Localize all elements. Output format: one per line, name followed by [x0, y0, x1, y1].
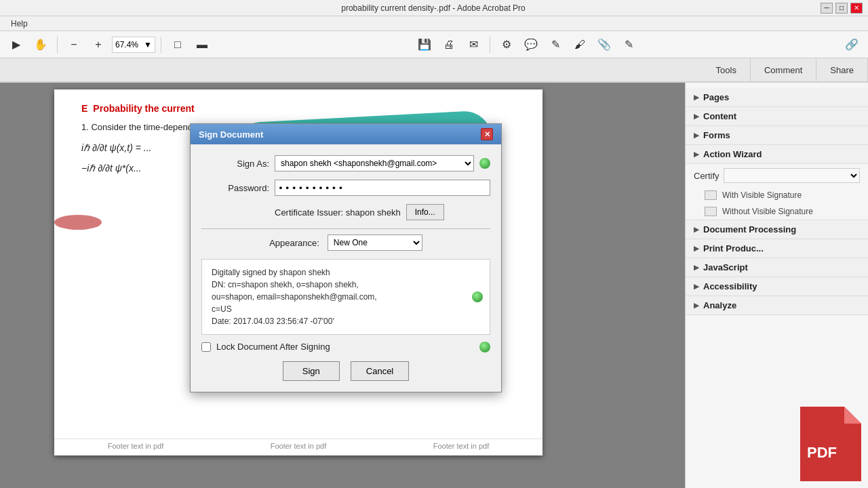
certify-label: Certify — [694, 171, 719, 181]
dialog-title: Sign Document — [199, 129, 263, 140]
print-button[interactable]: 🖨 — [438, 34, 460, 56]
pdf-icon-svg: PDF — [800, 407, 861, 481]
panel-section-doc-processing: ▶ Document Processing — [686, 220, 868, 239]
password-input[interactable] — [275, 180, 490, 196]
pdf-page: E Probability the current 1. Consider th… — [54, 89, 542, 455]
print-prod-arrow-icon: ▶ — [694, 245, 699, 252]
print-prod-header[interactable]: ▶ Print Produc... — [686, 239, 868, 258]
properties-button[interactable]: ⚙ — [496, 34, 517, 56]
with-visible-sig-item[interactable]: With Visible Signature — [686, 187, 868, 203]
main-layout: E Probability the current 1. Consider th… — [0, 83, 868, 488]
email-button[interactable]: ✉ — [462, 34, 484, 56]
lock-label: Lock Document After Signing — [216, 342, 330, 352]
accessibility-header[interactable]: ▶ Accessibility — [686, 277, 868, 296]
tab-share[interactable]: Share — [816, 58, 868, 81]
action-wizard-section-header[interactable]: ▶ Action Wizard — [686, 145, 868, 163]
zoom-in-button[interactable]: + — [87, 34, 109, 56]
with-sig-icon — [705, 190, 717, 200]
sign-button[interactable]: Sign — [283, 361, 340, 381]
menu-help[interactable]: Help — [5, 19, 33, 28]
doc-processing-header[interactable]: ▶ Document Processing — [686, 220, 868, 239]
sign-as-select[interactable]: shapon shekh <shaponshekh@gmail.com> — [275, 155, 474, 171]
attach-button[interactable]: 📎 — [593, 34, 615, 56]
dialog-close-button[interactable]: ✕ — [481, 128, 493, 140]
window-title: probability current density-.pdf - Adobe… — [46, 3, 821, 13]
cursor-tool-button[interactable]: ▶ — [5, 34, 27, 56]
nav-bar: Tools Comment Share — [0, 58, 868, 83]
tab-tools[interactable]: Tools — [703, 58, 751, 81]
svg-text:PDF: PDF — [807, 444, 837, 461]
tab-comment[interactable]: Comment — [751, 58, 816, 81]
appearance-select[interactable]: New One — [328, 235, 422, 251]
minimize-button[interactable]: ─ — [821, 3, 833, 14]
lock-status-dot — [479, 342, 490, 352]
panel-section-accessibility: ▶ Accessibility — [686, 277, 868, 296]
password-label: Password: — [201, 183, 269, 193]
signature-preview: Digitally signed by shapon shekh DN: cn=… — [201, 259, 490, 335]
dialog-title-bar: Sign Document ✕ — [191, 124, 501, 144]
svg-marker-1 — [844, 407, 861, 424]
panel-section-analyze: ▶ Analyze — [686, 296, 868, 315]
sig-line-5: Date: 2017.04.03 23:56:47 -07'00' — [212, 315, 480, 327]
dialog-overlay: Sign Document ✕ Sign As: shapon shekh <s… — [54, 89, 542, 455]
forms-label: Forms — [703, 130, 730, 140]
right-panel: ▶ Pages ▶ Content ▶ Forms ▶ Action — [685, 83, 868, 488]
highlight-button[interactable]: ✎ — [545, 34, 566, 56]
cancel-button[interactable]: Cancel — [351, 361, 409, 381]
with-sig-label: With Visible Signature — [722, 190, 802, 200]
zoom-dropdown-icon[interactable]: ▼ — [144, 40, 152, 49]
share-button[interactable]: 🔗 — [841, 34, 863, 56]
pages-arrow-icon: ▶ — [694, 94, 699, 101]
without-visible-sig-item[interactable]: Without Visible Signature — [686, 203, 868, 220]
panel-section-certify: Certify With Visible Signature Without V… — [686, 164, 868, 220]
zoom-control[interactable]: 67.4% ▼ — [112, 37, 155, 53]
pages-section-header[interactable]: ▶ Pages — [686, 88, 868, 106]
doc-processing-arrow-icon: ▶ — [694, 226, 699, 233]
panel-section-action-wizard: ▶ Action Wizard — [686, 145, 868, 164]
sig-line-1: Digitally signed by shapon shekh — [212, 266, 480, 279]
zoom-input[interactable]: 67.4% — [115, 40, 142, 49]
panel-section-forms: ▶ Forms — [686, 126, 868, 145]
close-button[interactable]: ✕ — [850, 3, 863, 14]
content-section-header[interactable]: ▶ Content — [686, 107, 868, 125]
pdf-file-icon: PDF — [800, 407, 868, 488]
accessibility-label: Accessibility — [703, 281, 757, 291]
javascript-header[interactable]: ▶ JavaScript — [686, 258, 868, 277]
action-wizard-arrow-icon: ▶ — [694, 150, 699, 158]
fit-page-button[interactable]: □ — [167, 34, 189, 56]
fit-width-button[interactable]: ▬ — [191, 34, 213, 56]
divider-1 — [201, 228, 490, 229]
lock-row: Lock Document After Signing — [201, 342, 490, 352]
panel-section-javascript: ▶ JavaScript — [686, 258, 868, 277]
toolbar-sep-2 — [161, 37, 161, 53]
dialog-body: Sign As: shapon shekh <shaponshekh@gmail… — [191, 144, 501, 392]
content-arrow-icon: ▶ — [694, 113, 699, 120]
appearance-row: Appearance: New One — [201, 235, 490, 251]
print-prod-label: Print Produc... — [703, 243, 764, 253]
forms-arrow-icon: ▶ — [694, 131, 699, 139]
maximize-button[interactable]: □ — [835, 3, 848, 14]
javascript-label: JavaScript — [703, 262, 748, 272]
sig-line-4: c=US — [212, 303, 480, 315]
info-button[interactable]: Info... — [406, 204, 444, 220]
pdf-panel: E Probability the current 1. Consider th… — [0, 83, 685, 488]
certify-select[interactable] — [724, 168, 860, 183]
action-wizard-label: Action Wizard — [703, 149, 762, 159]
analyze-label: Analyze — [703, 300, 736, 310]
password-row: Password: — [201, 180, 490, 196]
sign-button[interactable]: ✎ — [618, 34, 639, 56]
zoom-out-button[interactable]: − — [63, 34, 85, 56]
hand-tool-button[interactable]: ✋ — [30, 34, 52, 56]
doc-processing-label: Document Processing — [703, 224, 796, 235]
analyze-header[interactable]: ▶ Analyze — [686, 296, 868, 314]
content-label: Content — [703, 111, 736, 121]
stamp-button[interactable]: 🖌 — [569, 34, 591, 56]
lock-checkbox[interactable] — [201, 342, 211, 352]
save-button[interactable]: 💾 — [414, 34, 435, 56]
comment-button[interactable]: 💬 — [520, 34, 542, 56]
forms-section-header[interactable]: ▶ Forms — [686, 126, 868, 144]
appearance-label: Appearance: — [269, 238, 319, 248]
menu-bar: Help — [0, 16, 868, 31]
sig-preview-dot — [472, 291, 483, 302]
panel-section-print-prod: ▶ Print Produc... — [686, 239, 868, 258]
